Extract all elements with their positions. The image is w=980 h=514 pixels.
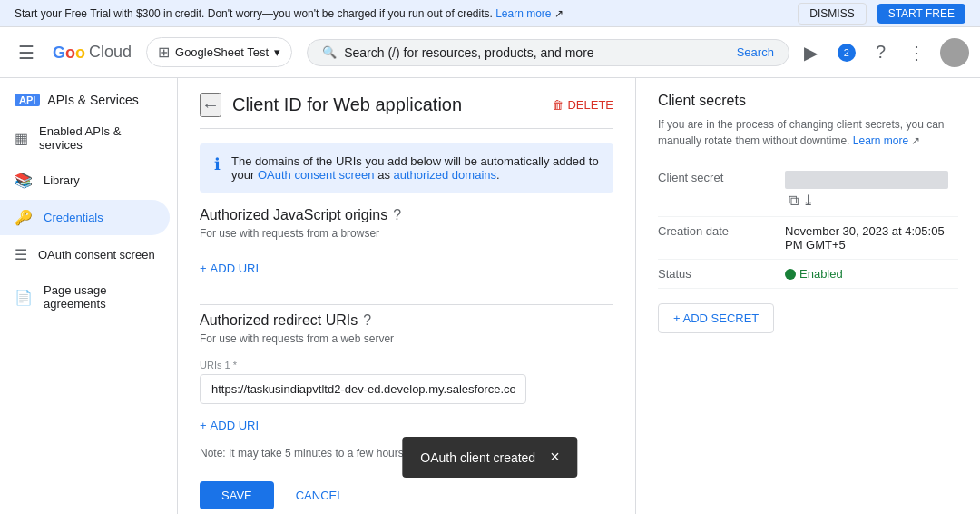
sidebar: API APIs & Services ▦ Enabled APIs & ser… bbox=[0, 78, 178, 514]
page-title: Client ID for Web application bbox=[232, 94, 462, 115]
status-text: Enabled bbox=[799, 267, 843, 281]
back-button[interactable]: ← bbox=[200, 93, 221, 117]
creation-date-row: Creation date November 30, 2023 at 4:05:… bbox=[658, 217, 958, 260]
delete-label: DELETE bbox=[567, 98, 613, 112]
uri-input[interactable] bbox=[200, 374, 526, 404]
oauth-icon: ☰ bbox=[15, 246, 27, 263]
google-cloud-logo: Google Cloud bbox=[49, 35, 132, 71]
banner-text: Start your Free Trial with $300 in credi… bbox=[15, 7, 564, 20]
uri-field-label: URIs 1 * bbox=[200, 360, 613, 371]
page-icon: 📄 bbox=[15, 289, 33, 306]
notification-badge[interactable]: 2 bbox=[832, 38, 861, 67]
search-icon: 🔍 bbox=[322, 45, 337, 59]
delete-icon: 🗑 bbox=[552, 98, 564, 112]
banner-actions: DISMISS START FREE bbox=[798, 3, 965, 25]
sidebar-item-page-usage[interactable]: 📄 Page usage agreements bbox=[0, 274, 170, 320]
credentials-icon: 🔑 bbox=[15, 209, 33, 226]
search-bar[interactable]: 🔍 Search bbox=[307, 39, 789, 66]
dismiss-button[interactable]: DISMISS bbox=[798, 3, 866, 25]
js-origins-title-text: Authorized JavaScript origins bbox=[200, 207, 387, 223]
sidebar-label-oauth: OAuth consent screen bbox=[38, 248, 155, 262]
search-button[interactable]: Search bbox=[737, 45, 774, 59]
toast-message: OAuth client created bbox=[420, 450, 535, 465]
status-enabled: Enabled bbox=[785, 267, 958, 281]
sidebar-label-enabled-apis: Enabled APIs & services bbox=[39, 124, 155, 152]
add-secret-button[interactable]: + ADD SECRET bbox=[658, 303, 774, 333]
project-selector[interactable]: ⊞ GoogleSheet Test ▾ bbox=[146, 37, 292, 67]
js-origins-desc: For use with requests from a browser bbox=[200, 227, 613, 240]
secret-label: Client secret bbox=[658, 163, 785, 217]
redirect-uris-help-icon[interactable]: ? bbox=[363, 312, 371, 329]
toast-close-button[interactable]: × bbox=[550, 448, 560, 467]
top-banner: Start your Free Trial with $300 in credi… bbox=[0, 0, 980, 27]
redirect-uris-title-text: Authorized redirect URIs bbox=[200, 312, 358, 329]
more-options-button[interactable]: ⋮ bbox=[900, 35, 933, 71]
hamburger-menu-button[interactable]: ☰ bbox=[11, 35, 42, 71]
delete-button[interactable]: 🗑 DELETE bbox=[552, 98, 613, 112]
add-uri-redirect-label: ADD URI bbox=[211, 419, 259, 432]
action-buttons: SAVE CANCEL bbox=[200, 481, 613, 509]
section-divider bbox=[200, 304, 613, 305]
library-icon: 📚 bbox=[15, 172, 33, 189]
secret-value-masked bbox=[785, 171, 948, 189]
authorized-domains-link[interactable]: authorized domains bbox=[394, 168, 496, 182]
redirect-uris-title: Authorized redirect URIs ? bbox=[200, 312, 613, 329]
sidebar-item-oauth-consent[interactable]: ☰ OAuth consent screen bbox=[0, 237, 170, 272]
plus-icon-js: + bbox=[200, 262, 207, 275]
project-icon: ⊞ bbox=[158, 44, 170, 61]
search-label: Search bbox=[737, 45, 774, 59]
info-icon: ℹ bbox=[214, 154, 220, 174]
cloud-text: Cloud bbox=[89, 43, 132, 62]
creation-date-label: Creation date bbox=[658, 217, 785, 260]
info-box: ℹ The domains of the URIs you add below … bbox=[200, 143, 613, 193]
secrets-table: Client secret ⧉ ⤓ Creation date November… bbox=[658, 163, 958, 289]
as-text: as bbox=[377, 168, 390, 182]
add-uri-js-label: ADD URI bbox=[211, 262, 259, 275]
secret-row: Client secret ⧉ ⤓ bbox=[658, 163, 958, 217]
sidebar-item-enabled-apis[interactable]: ▦ Enabled APIs & services bbox=[0, 115, 170, 161]
banner-message: Start your Free Trial with $300 in credi… bbox=[15, 7, 493, 20]
copy-secret-button[interactable]: ⧉ bbox=[789, 192, 799, 209]
oauth-consent-link[interactable]: OAuth consent screen bbox=[258, 168, 375, 182]
creation-date-value: November 30, 2023 at 4:05:05 PM GMT+5 bbox=[785, 217, 958, 260]
status-row: Status Enabled bbox=[658, 260, 958, 289]
panel-title: Client secrets bbox=[658, 93, 958, 109]
api-badge: API bbox=[15, 94, 40, 106]
sidebar-item-credentials[interactable]: 🔑 Credentials bbox=[0, 200, 170, 235]
js-origins-title: Authorized JavaScript origins ? bbox=[200, 207, 613, 223]
toast-notification: OAuth client created × bbox=[402, 437, 577, 478]
header: ☰ Google Cloud ⊞ GoogleSheet Test ▾ 🔍 Se… bbox=[0, 27, 980, 78]
help-icon-button[interactable]: ? bbox=[868, 35, 893, 70]
status-value-cell: Enabled bbox=[785, 260, 958, 289]
sidebar-header: API APIs & Services bbox=[0, 78, 177, 114]
start-free-button[interactable]: START FREE bbox=[877, 4, 965, 24]
uri-field-container: URIs 1 * bbox=[200, 360, 613, 404]
learn-more-link[interactable]: Learn more bbox=[495, 7, 551, 20]
user-avatar[interactable] bbox=[940, 38, 969, 67]
save-button[interactable]: SAVE bbox=[200, 481, 274, 509]
sidebar-title: APIs & Services bbox=[47, 93, 138, 107]
badge-count: 2 bbox=[838, 44, 856, 62]
sidebar-label-library: Library bbox=[44, 173, 80, 187]
sidebar-item-library[interactable]: 📚 Library bbox=[0, 163, 170, 198]
svg-text:Google: Google bbox=[53, 44, 85, 62]
google-logo-icon: Google bbox=[49, 35, 85, 71]
status-dot-icon bbox=[785, 269, 796, 280]
learn-more-panel-link[interactable]: Learn more bbox=[853, 134, 908, 147]
cancel-button[interactable]: CANCEL bbox=[285, 481, 355, 509]
search-input[interactable] bbox=[344, 45, 730, 60]
add-uri-js-button[interactable]: + ADD URI bbox=[200, 254, 259, 282]
secret-actions: ⧉ ⤓ bbox=[789, 192, 814, 209]
chevron-down-icon: ▾ bbox=[274, 45, 280, 59]
add-uri-redirect-button[interactable]: + ADD URI bbox=[200, 411, 259, 440]
js-origins-section: Authorized JavaScript origins ? For use … bbox=[200, 207, 613, 282]
download-secret-button[interactable]: ⤓ bbox=[802, 192, 814, 209]
info-text: The domains of the URIs you add below wi… bbox=[231, 154, 599, 182]
header-actions: ▶ 2 ? ⋮ bbox=[797, 35, 969, 71]
js-origins-help-icon[interactable]: ? bbox=[393, 207, 401, 223]
sidebar-label-page-usage: Page usage agreements bbox=[44, 283, 155, 311]
status-label: Status bbox=[658, 260, 785, 289]
right-panel: Client secrets If you are in the process… bbox=[635, 78, 980, 514]
grid-icon: ▦ bbox=[15, 130, 28, 147]
video-icon-button[interactable]: ▶ bbox=[797, 35, 825, 71]
